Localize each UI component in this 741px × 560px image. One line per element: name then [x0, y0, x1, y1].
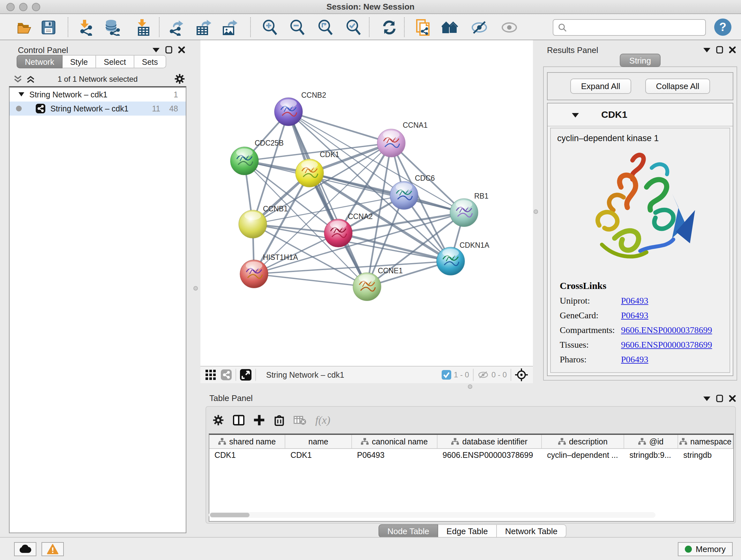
- gene-section-header[interactable]: CDK1: [548, 104, 733, 126]
- close-panel-icon[interactable]: [729, 46, 736, 53]
- crosslinks-title: CrossLinks: [560, 280, 726, 291]
- cell-id[interactable]: stringdb:9...: [624, 449, 678, 461]
- warning-button[interactable]: [42, 542, 64, 556]
- panel-menu-icon[interactable]: [703, 47, 711, 52]
- vertical-splitter-handle-right[interactable]: [534, 209, 538, 214]
- crosslink-link[interactable]: 9606.ENSP00000378699: [621, 340, 712, 350]
- network-view-icon[interactable]: [221, 369, 232, 380]
- tab-sets[interactable]: Sets: [134, 55, 166, 68]
- memory-button[interactable]: Memory: [678, 542, 733, 556]
- tab-style[interactable]: Style: [63, 55, 96, 68]
- zoom-in-icon[interactable]: [262, 19, 278, 36]
- cell-sharedname[interactable]: CDK1: [209, 449, 285, 461]
- birdseye-view-icon[interactable]: [240, 369, 252, 381]
- export-image-icon[interactable]: [221, 19, 238, 36]
- import-network-from-database-icon[interactable]: [104, 19, 121, 36]
- panel-menu-icon[interactable]: [703, 396, 711, 401]
- cell-namespace[interactable]: stringdb: [678, 449, 733, 461]
- tab-select[interactable]: Select: [96, 55, 134, 68]
- column-header-sharedname[interactable]: shared name: [209, 435, 285, 448]
- save-session-icon[interactable]: [40, 19, 57, 36]
- show-all-icon[interactable]: [501, 19, 518, 36]
- collapse-section-icon[interactable]: [572, 112, 579, 118]
- crosslink-link[interactable]: P06493: [621, 354, 649, 365]
- network-node-CDKN1A[interactable]: CDKN1A: [436, 241, 489, 275]
- cloud-button[interactable]: [14, 542, 37, 556]
- close-panel-icon[interactable]: [178, 46, 185, 53]
- network-edge[interactable]: [288, 112, 391, 143]
- table-row[interactable]: CDK1CDK1P064939606.ENSP00000378699cyclin…: [209, 449, 733, 461]
- crosslink-row: Compartments:9606.ENSP00000378699: [560, 325, 726, 335]
- crosslink-link[interactable]: P06493: [621, 310, 649, 320]
- column-header-canonicalname[interactable]: canonical name: [352, 435, 437, 448]
- first-neighbors-icon[interactable]: [442, 19, 458, 36]
- tab-node-table[interactable]: Node Table: [379, 524, 438, 538]
- panel-menu-icon[interactable]: [152, 47, 159, 52]
- network-canvas[interactable]: CCNB2 CCNA1 CDC25B CDK1: [200, 40, 533, 366]
- float-panel-icon[interactable]: [165, 46, 172, 54]
- search-input[interactable]: [553, 19, 706, 36]
- close-panel-icon[interactable]: [729, 395, 736, 402]
- help-button[interactable]: ?: [714, 18, 731, 36]
- export-table-icon[interactable]: [195, 19, 212, 36]
- clone-network-icon[interactable]: [415, 19, 431, 36]
- main-toolbar: ?: [0, 14, 741, 40]
- function-builder-icon[interactable]: f(x): [315, 414, 330, 426]
- hide-selected-icon[interactable]: [471, 19, 488, 36]
- cell-databaseidentifier[interactable]: 9606.ENSP00000378699: [437, 449, 542, 461]
- import-table-icon[interactable]: [135, 19, 152, 36]
- delete-table-icon[interactable]: [293, 415, 307, 425]
- column-header-namespace[interactable]: namespace: [678, 435, 733, 448]
- column-type-icon: [558, 438, 566, 445]
- network-options-gear-icon[interactable]: [174, 73, 185, 84]
- collapse-all-button[interactable]: Collapse All: [645, 78, 711, 94]
- expand-all-button[interactable]: Expand All: [570, 78, 631, 94]
- import-network-icon[interactable]: [78, 19, 94, 36]
- scrollbar-thumb[interactable]: [210, 513, 250, 517]
- toolbar-separator: [68, 17, 68, 37]
- cell-canonicalname[interactable]: P06493: [352, 449, 437, 461]
- tab-string[interactable]: String: [620, 54, 661, 67]
- zoom-selected-icon[interactable]: [345, 19, 362, 36]
- float-panel-icon[interactable]: [716, 46, 723, 54]
- tab-edge-table[interactable]: Edge Table: [438, 524, 497, 538]
- column-header-name[interactable]: name: [285, 435, 352, 448]
- network-node-CCNA1[interactable]: CCNA1: [377, 121, 428, 157]
- zoom-out-icon[interactable]: [289, 19, 306, 36]
- create-column-icon[interactable]: [253, 415, 265, 426]
- grid-view-icon[interactable]: [205, 370, 216, 380]
- network-row[interactable]: String Network – cdk1 11 48: [10, 102, 186, 116]
- table-horizontal-scrollbar[interactable]: [209, 512, 656, 518]
- column-header-description[interactable]: description: [542, 435, 624, 448]
- vertical-splitter-handle-left[interactable]: [193, 286, 198, 291]
- crosslink-label: Pharos:: [560, 354, 621, 365]
- refresh-icon[interactable]: [381, 19, 398, 36]
- column-header-id[interactable]: @id: [624, 435, 678, 448]
- cell-description[interactable]: cyclin–dependent ...: [542, 449, 624, 461]
- collection-expand-icon[interactable]: [18, 92, 24, 97]
- results-panel-title: Results Panel: [547, 45, 598, 55]
- network-edge[interactable]: [254, 274, 367, 287]
- show-columns-icon[interactable]: [233, 415, 245, 426]
- delete-column-icon[interactable]: [274, 415, 285, 426]
- float-panel-icon[interactable]: [716, 395, 723, 402]
- network-node-RB1[interactable]: RB1: [450, 192, 488, 227]
- table-options-gear-icon[interactable]: [212, 415, 224, 426]
- zoom-fit-icon[interactable]: [317, 19, 334, 36]
- horizontal-splitter-handle[interactable]: [468, 384, 472, 389]
- tab-network-table[interactable]: Network Table: [497, 524, 566, 538]
- column-header-databaseidentifier[interactable]: database identifier: [437, 435, 542, 448]
- network-node-HIST1H1A[interactable]: HIST1H1A: [240, 253, 298, 288]
- open-file-icon[interactable]: [16, 19, 32, 36]
- cell-name[interactable]: CDK1: [285, 449, 352, 461]
- crosslink-link[interactable]: 9606.ENSP00000378699: [621, 325, 712, 335]
- selected-nodes-checkbox-icon[interactable]: [442, 370, 451, 380]
- export-network-icon[interactable]: [168, 19, 185, 36]
- crosslink-link[interactable]: P06493: [621, 296, 649, 306]
- network-collection-row[interactable]: String Network – cdk1 1: [10, 87, 186, 102]
- tab-network[interactable]: Network: [17, 55, 63, 68]
- fit-content-crosshair-icon[interactable]: [515, 368, 528, 381]
- crosslink-row: GeneCard:P06493: [560, 310, 726, 320]
- network-node-CCNB1[interactable]: CCNB1: [239, 205, 288, 238]
- horizontal-splitter[interactable]: [200, 383, 741, 391]
